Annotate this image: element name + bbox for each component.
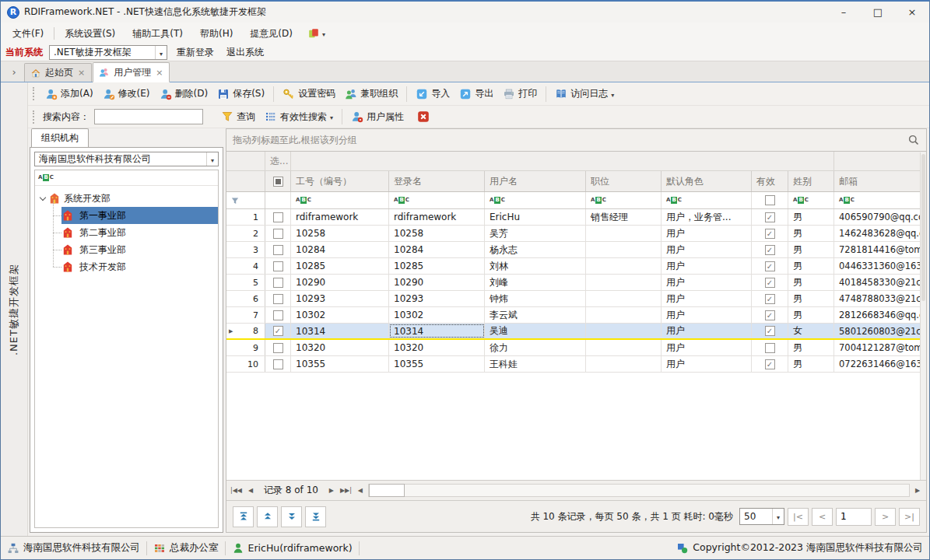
row-select-checkbox[interactable]	[273, 310, 283, 320]
cell-name[interactable]: 徐力	[485, 340, 586, 355]
scroll-top-button[interactable]	[233, 506, 254, 527]
cell-role[interactable]: 用户	[662, 340, 752, 355]
toolbar-button-import[interactable]: 导入	[412, 85, 454, 103]
cell-valid[interactable]	[752, 209, 788, 225]
tree-item-技术开发部[interactable]: 技术开发部	[35, 258, 218, 275]
filter-cell-valid[interactable]	[752, 192, 788, 208]
valid-checkbox[interactable]	[765, 359, 775, 369]
scroll-bottom-button[interactable]	[305, 506, 326, 527]
cell-login[interactable]: 10293	[389, 291, 485, 306]
first-record-icon[interactable]	[229, 484, 244, 498]
filter-cell-gender[interactable]: ABC	[788, 192, 834, 208]
hscroll-right-icon[interactable]	[911, 484, 924, 498]
cell-role[interactable]: 用户	[662, 291, 752, 306]
collapsed-dock-panel[interactable]: .NET敏捷开发框架	[1, 82, 28, 536]
cell-login[interactable]: 10355	[389, 356, 485, 372]
toolbar-button-concurrent-org[interactable]: 兼职组织	[341, 85, 402, 103]
cell-gender[interactable]: 男	[788, 307, 834, 323]
column-header-gender[interactable]: 姓别	[788, 171, 834, 191]
cell-login[interactable]: 10302	[389, 307, 485, 323]
column-header-email[interactable]: 邮箱	[834, 171, 926, 191]
row-select-cell[interactable]	[265, 275, 291, 290]
cell-gender[interactable]: 男	[788, 340, 834, 355]
row-select-cell[interactable]	[265, 356, 291, 372]
filter-cell-role[interactable]: ABC	[662, 192, 752, 208]
valid-checkbox[interactable]	[765, 261, 775, 271]
tab-org-structure[interactable]: 组织机构	[31, 128, 89, 148]
cell-gender[interactable]: 男	[788, 356, 834, 372]
table-row[interactable]: 21025810258吴芳用户男1462483628@qq.c	[226, 226, 926, 242]
column-header-login[interactable]: 登录名	[389, 171, 485, 191]
row-select-checkbox[interactable]	[273, 278, 283, 288]
cell-login[interactable]: 10285	[389, 258, 485, 274]
row-select-cell[interactable]	[265, 242, 291, 257]
expand-chevron-icon[interactable]	[40, 194, 46, 200]
table-row[interactable]: 91032010320徐力用户男7004121287@tom.	[226, 340, 926, 356]
table-row[interactable]: 81031410314吴迪用户女5801260803@21cn	[226, 324, 926, 340]
row-select-checkbox[interactable]	[273, 359, 283, 369]
cell-position[interactable]	[586, 258, 662, 274]
combo-dropdown-button[interactable]	[206, 152, 218, 166]
toolbar-button-print[interactable]: 打印	[499, 85, 541, 103]
prev-page-button[interactable]	[812, 508, 833, 526]
cell-login[interactable]: 10320	[389, 340, 485, 355]
cell-valid[interactable]	[752, 324, 788, 338]
tree-item-第一事业部[interactable]: 第一事业部	[35, 207, 218, 224]
table-row[interactable]: 61029310293钟炜用户男4748788033@21cn	[226, 291, 926, 307]
row-select-checkbox[interactable]	[273, 212, 283, 222]
column-header-role[interactable]: 默认角色	[662, 171, 752, 191]
tree-node[interactable]: 第三事业部	[61, 241, 218, 258]
scroll-down-button[interactable]	[281, 506, 302, 527]
cell-login[interactable]: rdiframework	[389, 209, 485, 225]
toolbar-button-add[interactable]: 添加(A)	[41, 85, 97, 103]
cell-gender[interactable]: 男	[788, 258, 834, 274]
tree-item-系统开发部[interactable]: 系统开发部	[35, 190, 218, 207]
cell-code[interactable]: rdiframework	[291, 209, 389, 225]
cell-role[interactable]: 用户	[662, 258, 752, 274]
row-select-cell[interactable]	[265, 307, 291, 323]
cell-gender[interactable]: 男	[788, 209, 834, 225]
last-page-button[interactable]	[899, 508, 920, 526]
cell-valid[interactable]	[752, 340, 788, 355]
row-indicator-cell[interactable]: 5	[226, 275, 265, 290]
row-select-cell[interactable]	[265, 340, 291, 355]
row-select-checkbox[interactable]	[273, 245, 283, 255]
cell-email[interactable]: 0446331360@163.	[834, 258, 926, 274]
cell-valid[interactable]	[752, 356, 788, 372]
cell-login[interactable]: 10290	[389, 275, 485, 290]
row-indicator-cell[interactable]: 6	[226, 291, 265, 306]
user-attr-button[interactable]: 用户属性	[347, 108, 408, 126]
cell-valid[interactable]	[752, 307, 788, 323]
close-button[interactable]: ×	[895, 2, 929, 23]
tree-item-第三事业部[interactable]: 第三事业部	[35, 241, 218, 258]
menu-file[interactable]: 文件(F)	[4, 24, 52, 44]
menu-system-settings[interactable]: 系统设置(S)	[56, 24, 124, 44]
cell-position[interactable]	[586, 340, 662, 355]
table-row[interactable]: 1rdiframeworkrdiframeworkEricHu销售经理用户，业务…	[226, 209, 926, 226]
cell-name[interactable]: 李云斌	[485, 307, 586, 323]
row-select-checkbox[interactable]	[273, 343, 283, 353]
select-all-checkbox[interactable]	[273, 177, 283, 187]
validity-search-button[interactable]: 有效性搜索	[261, 108, 337, 126]
tab-scroll-chevron-icon[interactable]	[4, 63, 24, 80]
cell-email[interactable]: 7004121287@tom.	[834, 340, 926, 355]
tree-node[interactable]: 技术开发部	[61, 258, 218, 275]
cell-name[interactable]: 吴迪	[485, 324, 586, 338]
cell-role[interactable]: 用户	[662, 324, 752, 338]
search-input[interactable]	[94, 109, 203, 124]
column-header-valid[interactable]: 有效	[752, 171, 788, 191]
cell-code[interactable]: 10258	[291, 226, 389, 241]
cell-role[interactable]: 用户	[662, 356, 752, 372]
toolbar-button-export[interactable]: 导出	[455, 85, 497, 103]
combo-dropdown-button[interactable]	[772, 509, 784, 524]
valid-checkbox[interactable]	[765, 212, 775, 222]
cell-valid[interactable]	[752, 242, 788, 257]
filter-cell-login[interactable]: ABC	[389, 192, 485, 208]
cell-name[interactable]: 刘林	[485, 258, 586, 274]
first-page-button[interactable]	[788, 508, 809, 526]
table-row[interactable]: 51029010290刘峰用户男4018458330@21cn	[226, 275, 926, 291]
row-select-checkbox[interactable]	[273, 294, 283, 304]
table-row[interactable]: 31028410284杨永志用户男7281814416@tom.	[226, 242, 926, 258]
tab-start-page[interactable]: 起始页	[24, 63, 92, 82]
cell-code[interactable]: 10285	[291, 258, 389, 274]
